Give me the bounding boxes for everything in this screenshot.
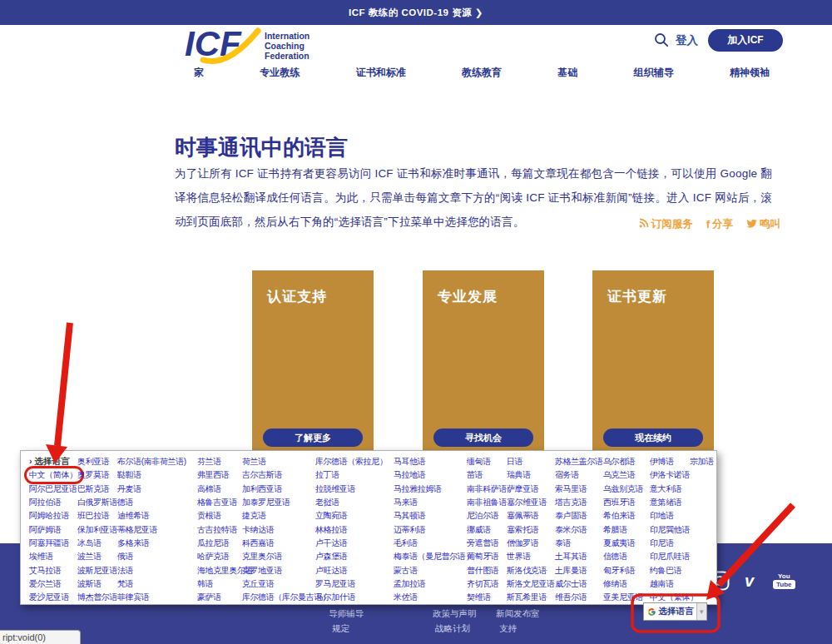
language-option[interactable]: 越南语 — [650, 578, 690, 590]
footer-link-5[interactable]: 支持 — [499, 623, 517, 635]
language-option[interactable]: 巴斯克语 — [77, 483, 117, 495]
language-option[interactable]: 维吾尔语 — [555, 592, 603, 603]
card-button-1[interactable]: 寻找机会 — [433, 429, 533, 447]
language-option[interactable]: 古吉拉特语 — [197, 524, 242, 536]
language-option[interactable]: 塞尔维亚语 — [507, 497, 555, 508]
language-option[interactable]: 意第绪语 — [650, 497, 690, 508]
language-option[interactable]: 多格来语 — [117, 537, 197, 549]
language-option[interactable]: 泰米尔语 — [555, 524, 603, 536]
language-option[interactable]: 梅泰语（曼尼普尔语） — [394, 551, 467, 562]
icf-logo[interactable]: ICF International Coaching Federation — [185, 26, 310, 66]
language-option[interactable]: 俄语 — [117, 551, 197, 562]
language-option[interactable]: 韩语 — [197, 578, 242, 590]
nav-item-6[interactable]: 精神领袖 — [730, 66, 770, 80]
language-option[interactable]: 马尔加什语 — [315, 592, 394, 603]
language-option[interactable]: 爱沙尼亚语 — [29, 592, 77, 603]
language-option[interactable]: 阿萨姆语 — [29, 524, 77, 536]
language-option[interactable]: 约鲁巴语 — [650, 565, 690, 577]
language-option[interactable]: 世界语 — [507, 551, 555, 562]
language-option[interactable]: 土库曼语 — [555, 565, 603, 577]
language-option[interactable]: 哈萨克语 — [197, 551, 242, 562]
language-option[interactable]: 印尼爪哇语 — [650, 551, 690, 562]
language-option[interactable]: 博杰普尔语 — [77, 592, 117, 603]
language-option[interactable]: 芬兰语 — [197, 456, 242, 468]
language-option[interactable]: 伊博语 — [650, 456, 690, 468]
language-option[interactable]: 日语 — [507, 456, 555, 468]
promo-card-1[interactable]: 专业发展寻找机会 — [423, 270, 544, 453]
language-option[interactable]: 普什图语 — [467, 565, 507, 577]
language-option[interactable]: 克罗地亚语 — [242, 565, 315, 577]
language-option[interactable]: 保加利亚语 — [77, 524, 117, 536]
language-option[interactable]: 希伯来语 — [603, 510, 650, 522]
footer-link-4[interactable]: 新闻发布室 — [496, 608, 540, 620]
share-rss-link[interactable]: 订阅服务 — [639, 217, 693, 231]
language-option[interactable]: 契维语 — [467, 592, 507, 603]
language-option[interactable]: 旁遮普语 — [467, 537, 507, 549]
nav-item-1[interactable]: 专业教练 — [260, 66, 300, 80]
language-option[interactable]: 马拉雅拉姆语 — [394, 483, 467, 495]
footer-link-2[interactable]: 政策与声明 — [433, 608, 477, 620]
language-option[interactable]: 印尼语 — [650, 537, 690, 549]
language-option[interactable]: 土耳其语 — [555, 551, 603, 562]
language-option[interactable]: 海地克里奥尔语 — [197, 565, 242, 577]
language-option[interactable]: 修纳语 — [603, 578, 650, 590]
language-option[interactable]: 奥罗莫语 — [77, 469, 117, 481]
nav-item-4[interactable]: 基础 — [557, 66, 577, 80]
language-option[interactable]: 鞑靼语 — [117, 469, 197, 481]
language-option[interactable]: 贡根语 — [197, 510, 242, 522]
login-link[interactable]: 登入 — [676, 33, 698, 48]
language-option[interactable]: 艾马拉语 — [29, 565, 77, 577]
language-option[interactable]: 意大利语 — [650, 483, 690, 495]
language-option[interactable]: 马拉地语 — [394, 469, 467, 481]
language-option[interactable]: 塞索托语 — [507, 524, 555, 536]
card-button-0[interactable]: 了解更多 — [263, 429, 363, 447]
language-option[interactable]: 拉脱维亚语 — [315, 483, 394, 495]
language-option[interactable]: 拉丁语 — [315, 469, 394, 481]
language-option[interactable]: 马来语 — [394, 497, 467, 508]
language-option[interactable]: 奥利亚语 — [77, 456, 117, 468]
language-option[interactable]: 苗语 — [467, 469, 507, 481]
nav-item-5[interactable]: 组织辅导 — [634, 66, 674, 80]
language-option[interactable]: 印地语 — [650, 510, 690, 522]
share-facebook-link[interactable]: f分享 — [706, 217, 733, 231]
language-option[interactable]: 卢森堡语 — [315, 551, 394, 562]
language-option[interactable]: 米佐语 — [394, 592, 467, 603]
language-option[interactable]: 荷兰语 — [242, 456, 315, 468]
language-option[interactable]: 罗马尼亚语 — [315, 578, 394, 590]
language-option[interactable]: 中文（简体） — [29, 469, 77, 481]
language-option[interactable]: 匈牙利语 — [603, 565, 650, 577]
nav-item-0[interactable]: 家 — [194, 66, 204, 80]
language-option[interactable]: 蒙古语 — [394, 565, 467, 577]
language-option[interactable]: 亚美尼亚语 — [603, 592, 650, 603]
language-option[interactable]: 毛利语 — [394, 537, 467, 549]
language-option[interactable]: 葡萄牙语 — [467, 551, 507, 562]
language-option[interactable]: 僧伽罗语 — [507, 537, 555, 549]
join-icf-button[interactable]: 加入ICF — [708, 29, 783, 52]
language-option[interactable]: 库尔德语（库尔曼吉语） — [242, 592, 315, 603]
language-option[interactable]: 丹麦语 — [117, 483, 197, 495]
language-option[interactable]: 泰卢固语 — [555, 510, 603, 522]
language-option[interactable]: 希腊语 — [603, 524, 650, 536]
footer-link-1[interactable]: 规定 — [332, 623, 349, 635]
language-option[interactable]: 捷克语 — [242, 510, 315, 522]
card-button-2[interactable]: 现在续约 — [603, 429, 703, 447]
google-translate-widget[interactable]: 选择语言 ▼ — [643, 602, 707, 621]
language-option[interactable]: 梵语 — [117, 578, 197, 590]
language-option[interactable]: 埃维语 — [29, 551, 77, 562]
language-option[interactable]: 加利西亚语 — [242, 483, 315, 495]
language-option[interactable]: 斯洛文尼亚语 — [507, 578, 555, 590]
language-option[interactable]: 豪萨语 — [197, 592, 242, 603]
language-option[interactable]: 高棉语 — [197, 483, 242, 495]
language-option[interactable]: 克里奥尔语 — [242, 551, 315, 562]
language-option[interactable]: 克丘亚语 — [242, 578, 315, 590]
language-option[interactable]: 斯洛伐克语 — [507, 565, 555, 577]
chevron-down-icon[interactable]: ▼ — [696, 603, 706, 620]
language-option[interactable]: 爱尔兰语 — [29, 578, 77, 590]
language-option[interactable]: 泰语 — [555, 537, 603, 549]
language-option[interactable]: 波斯语 — [77, 578, 117, 590]
language-option[interactable]: 阿尔巴尼亚语 — [29, 483, 77, 495]
language-option[interactable]: 波斯尼亚语 — [77, 565, 117, 577]
youtube-icon[interactable]: You Tube — [773, 572, 795, 589]
language-option[interactable]: 西班牙语 — [603, 497, 650, 508]
language-option[interactable]: 孟加拉语 — [394, 578, 467, 590]
